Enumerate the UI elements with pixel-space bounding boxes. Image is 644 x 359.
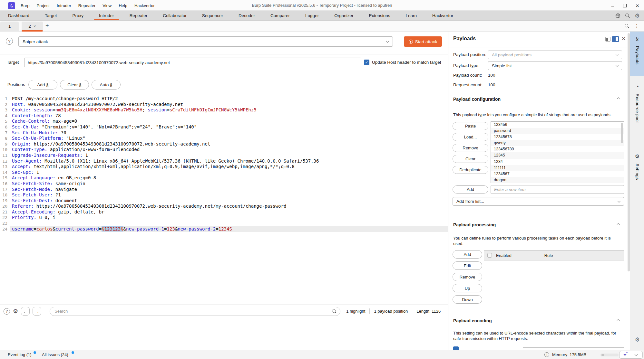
window-close-icon[interactable]: × xyxy=(636,3,639,9)
processing-rules-table[interactable]: Enabled Rule xyxy=(484,250,624,313)
start-attack-button[interactable]: Start attack xyxy=(404,36,442,47)
request-editor[interactable]: 123456789101112131415161718192021222324 … xyxy=(0,95,448,305)
enable-all-checkbox[interactable] xyxy=(487,253,492,258)
sidebar-tab-resource-pool[interactable]: ◔ Resource pool xyxy=(630,84,644,123)
search-icon[interactable] xyxy=(625,14,630,18)
dock-left-icon[interactable] xyxy=(605,37,610,42)
remove-button[interactable]: Remove xyxy=(453,144,488,152)
menu-item-intruder[interactable]: Intruder xyxy=(53,3,75,8)
deduplicate-button[interactable]: Deduplicate xyxy=(453,166,488,174)
editor-settings-icon[interactable]: ⚙ xyxy=(13,308,18,314)
menu-item-burp[interactable]: Burp xyxy=(17,3,33,8)
payload-item[interactable]: 1234567 xyxy=(491,171,624,177)
info-icon[interactable]: i xyxy=(544,352,549,357)
tab-decoder[interactable]: Decoder xyxy=(231,11,263,20)
section-mark-icon: § xyxy=(636,36,639,42)
globe-icon[interactable] xyxy=(615,13,620,18)
panel-scrollbar[interactable] xyxy=(628,33,630,271)
all-issues-button[interactable]: All issues (24) xyxy=(42,352,68,357)
sidebar-tab-payloads[interactable]: § Payloads xyxy=(630,36,644,64)
clear-positions-button[interactable]: Clear § xyxy=(60,80,89,90)
chevron-down-icon xyxy=(618,199,621,203)
attack-tab-1[interactable]: 1 xyxy=(0,22,19,31)
menu-item-repeater[interactable]: Repeater xyxy=(75,3,99,8)
rule-up-button[interactable]: Up xyxy=(453,284,482,292)
tab-target[interactable]: Target xyxy=(37,11,65,20)
menu-item-hackvertor[interactable]: Hackvertor xyxy=(131,3,158,8)
editor-help-icon[interactable]: ? xyxy=(4,308,10,315)
attack-config-panel: ? Sniper attack Start attack Target ✓ Up… xyxy=(0,32,448,350)
url-encode-chars-field[interactable] xyxy=(523,347,624,350)
tab-extensions[interactable]: Extensions xyxy=(361,11,398,20)
payload-item[interactable]: qwerty xyxy=(491,140,624,146)
collapse-icon[interactable] xyxy=(617,98,620,101)
payload-item[interactable]: dragon xyxy=(491,177,624,183)
menu-item-project[interactable]: Project xyxy=(33,3,53,8)
search-next-button[interactable]: → xyxy=(33,307,41,316)
payload-item[interactable]: password xyxy=(491,128,624,134)
menu-item-view[interactable]: View xyxy=(99,3,115,8)
auto-positions-button[interactable]: Auto § xyxy=(92,80,121,90)
sidebar-tab-payloads-label: Payloads xyxy=(635,46,640,64)
attack-tab-1-label: 1 xyxy=(8,24,11,29)
tab-proxy[interactable]: Proxy xyxy=(65,11,92,20)
new-attack-tab-icon[interactable]: + xyxy=(45,23,49,29)
payload-configuration-description: This payload type lets you configure a s… xyxy=(453,112,611,118)
tab-logger[interactable]: Logger xyxy=(298,11,327,20)
update-host-checkbox[interactable]: ✓ xyxy=(364,60,369,65)
clear-button[interactable]: Clear xyxy=(453,155,488,163)
positions-toolbar: Positions Add § Clear § Auto § xyxy=(0,80,448,90)
tab-close-icon[interactable]: × xyxy=(34,24,36,29)
payload-item[interactable]: 12345 xyxy=(491,152,624,158)
payloads-close-icon[interactable]: × xyxy=(622,35,625,42)
payload-list[interactable]: 123456password12345678qwerty123456789123… xyxy=(491,121,624,183)
payload-item[interactable]: 123456789 xyxy=(491,146,624,152)
more-options-icon[interactable]: ⋮ xyxy=(634,23,639,29)
add-payload-button[interactable]: Add xyxy=(453,185,488,194)
collapse-icon[interactable] xyxy=(617,319,620,322)
add-from-list-select[interactable]: Add from list... xyxy=(453,197,624,206)
tab-dashboard[interactable]: Dashboard xyxy=(0,11,37,20)
tab-comparer[interactable]: Comparer xyxy=(263,11,298,20)
sidebar-tab-settings[interactable]: ⚙ Settings xyxy=(630,153,644,180)
list-scrollbar[interactable] xyxy=(621,123,623,143)
payload-item[interactable]: 111111 xyxy=(491,165,624,171)
load-button[interactable]: Load... xyxy=(453,133,488,141)
collapse-icon[interactable] xyxy=(617,223,620,226)
attack-tab-2[interactable]: 2 × xyxy=(22,22,43,31)
tab-sequencer[interactable]: Sequencer xyxy=(194,11,231,20)
event-log-button[interactable]: Event log (1) xyxy=(8,352,32,357)
target-url-input[interactable] xyxy=(24,58,361,67)
tab-search-icon[interactable] xyxy=(625,24,629,28)
rule-remove-button[interactable]: Remove xyxy=(453,273,482,281)
help-icon[interactable]: ? xyxy=(6,38,13,45)
minimize-icon[interactable]: – xyxy=(611,3,614,8)
paste-button[interactable]: Paste xyxy=(453,122,488,130)
attack-type-select[interactable]: Sniper attack xyxy=(18,36,393,47)
rule-edit-button[interactable]: Edit xyxy=(453,261,482,270)
payload-item[interactable]: 123456 xyxy=(491,122,624,128)
dock-right-icon[interactable] xyxy=(612,36,619,42)
tab-collaborator[interactable]: Collaborator xyxy=(155,11,194,20)
tab-repeater[interactable]: Repeater xyxy=(122,11,155,20)
url-encode-checkbox[interactable] xyxy=(453,346,459,350)
menu-item-help[interactable]: Help xyxy=(115,3,131,8)
payload-type-select[interactable]: Simple list xyxy=(488,61,622,70)
request-count-label: Request count: xyxy=(453,82,483,87)
ai-menu-button[interactable]: ✦ xyxy=(619,351,643,359)
settings-gear-icon[interactable]: ⚙ xyxy=(635,13,640,19)
tab-organizer[interactable]: Organizer xyxy=(327,11,361,20)
search-prev-button[interactable]: ← xyxy=(21,307,30,316)
tab-learn[interactable]: Learn xyxy=(398,11,424,20)
maximize-icon[interactable] xyxy=(623,4,627,7)
tab-intruder[interactable]: Intruder xyxy=(91,11,122,20)
new-payload-input[interactable] xyxy=(491,185,624,194)
sidebar-bottom-gear[interactable]: ⚙ xyxy=(630,337,644,343)
rule-down-button[interactable]: Down xyxy=(453,295,482,304)
payload-item[interactable]: 1234 xyxy=(491,159,624,165)
add-position-button[interactable]: Add § xyxy=(28,80,57,90)
tab-hackvertor[interactable]: Hackvertor xyxy=(424,11,461,20)
editor-search-input[interactable] xyxy=(50,307,340,316)
payload-item[interactable]: 12345678 xyxy=(491,134,624,140)
rule-add-button[interactable]: Add xyxy=(453,250,482,259)
